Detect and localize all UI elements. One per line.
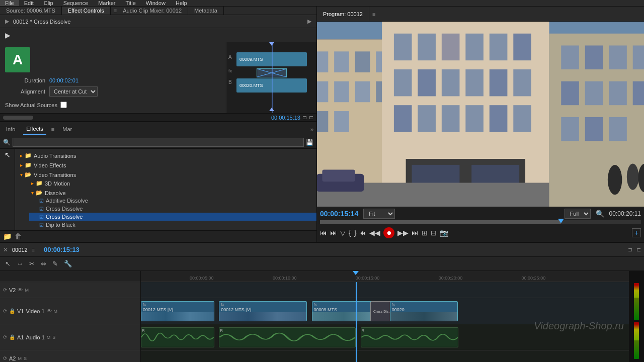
pm-quality-dropdown[interactable]: Full 1/2 1/4 (565, 209, 591, 219)
tl-audio-clip-3[interactable]: R (361, 327, 458, 347)
tl-tool-select[interactable]: ↖ (3, 259, 13, 268)
folder-video-transitions[interactable]: ▾ 📂 Video Transitions ▸ 📁 3D Motion (15, 170, 316, 230)
tl-audio-clip-2[interactable]: R (219, 327, 356, 347)
menu-help[interactable]: Help (171, 0, 192, 6)
pm-step-back-button[interactable]: ⏭ (330, 229, 337, 237)
tl-tab-label[interactable]: 00012 (12, 247, 28, 253)
tab-effects[interactable]: Effects (23, 124, 46, 135)
menu-clip[interactable]: Clip (39, 0, 58, 6)
tab-info[interactable]: Info (3, 124, 18, 134)
effects-search-input[interactable] (13, 138, 304, 147)
pm-fit-dropdown[interactable]: Fit 25% 50% 100% (363, 209, 395, 219)
menu-edit[interactable]: Edit (19, 0, 39, 6)
effects-panel-expand[interactable]: » (310, 126, 313, 132)
tl-clip-out-icon[interactable]: ⊐ (628, 246, 632, 253)
pm-rewind-button[interactable]: ◀◀ (369, 229, 380, 237)
a1-lock-icon[interactable]: 🔒 (9, 334, 15, 340)
ec-clip-out-icon[interactable]: ⊐ (302, 114, 307, 121)
tl-time-ruler[interactable]: 00:00:05:00 00:00:10:00 00:00:15:00 00:0… (141, 271, 629, 282)
tl-tool-razor[interactable]: ✂ (27, 259, 37, 268)
pm-menu-icon[interactable]: ≡ (372, 11, 375, 17)
pm-add-button[interactable]: + (632, 228, 641, 237)
menu-file[interactable]: File (0, 0, 19, 6)
tl-clip-v1-3[interactable]: fx 00009.MTS (312, 301, 375, 321)
tl-tool-pen[interactable]: ✎ (50, 259, 60, 268)
effects-panel-menu-icon[interactable]: ≡ (51, 126, 54, 132)
pm-camera-button[interactable]: 📷 (440, 229, 448, 237)
pm-go-prev-button[interactable]: ⏮ (359, 229, 366, 237)
a2-s-icon[interactable]: S (24, 356, 27, 361)
pm-progress-bar[interactable] (320, 220, 641, 224)
pm-insert-button[interactable]: ⊞ (422, 229, 428, 237)
pm-go-first-button[interactable]: ⏮ (320, 229, 327, 237)
tl-track-v2[interactable] (141, 282, 629, 298)
ec-expand-icon[interactable]: ▶ (5, 18, 9, 25)
v1-sync-icon[interactable]: ⟳ (3, 308, 7, 314)
a2-sync-icon[interactable]: ⟳ (3, 355, 7, 361)
tl-track-a1[interactable]: R R R (141, 324, 629, 350)
select-tool-icon[interactable]: ↖ (5, 151, 11, 159)
tab-metadata[interactable]: Metadata (188, 7, 224, 15)
tab-audio-clip-mixer[interactable]: Audio Clip Mixer: 00012 (117, 7, 188, 15)
tl-close-icon[interactable]: ✕ (3, 246, 8, 253)
folder-dissolve[interactable]: ▾ 📂 Dissolve ☑ Additive Dissolve (18, 188, 316, 230)
pm-timecode-current[interactable]: 00:00:15:14 (320, 210, 358, 218)
tl-clip-v1-1[interactable]: fx 00012.MTS [V] (141, 301, 214, 321)
tl-audio-clip-1[interactable]: R (141, 327, 214, 347)
pm-mark-out-right-button[interactable]: } (354, 229, 357, 237)
item-dip-to-black[interactable]: ☑ Dip to Black (29, 221, 316, 229)
a1-s-icon[interactable]: S (52, 335, 55, 340)
tl-track-a2[interactable] (141, 350, 629, 362)
tl-track-v1[interactable]: fx 00012.MTS [V] fx 00012.MTS [V] fx 000… (141, 298, 629, 324)
a1-m-icon[interactable]: M (47, 335, 51, 340)
ec-send-icon[interactable]: ⊏ (309, 114, 313, 121)
a1-sync-icon[interactable]: ⟳ (3, 334, 7, 340)
ec-scrollbar[interactable]: 00:00:15:13 ⊐ ⊏ (0, 113, 316, 121)
tab-mar[interactable]: Mar (59, 124, 75, 134)
pm-mark-out-left-button[interactable]: { (349, 229, 351, 237)
v1-m-icon[interactable]: M (54, 309, 58, 314)
effects-new-bin-icon[interactable]: 📁 (3, 232, 12, 240)
menu-marker[interactable]: Marker (93, 0, 120, 6)
tab-effect-controls[interactable]: Effect Controls (62, 7, 111, 15)
menu-window[interactable]: Window (141, 0, 171, 6)
tl-timecode[interactable]: 00:00:15:13 (44, 246, 79, 253)
v1-eye-icon[interactable]: 👁 (47, 308, 52, 314)
folder-audio-transitions[interactable]: ▸ 📁 Audio Transitions (15, 151, 316, 160)
effects-delete-icon[interactable]: 🗑 (15, 232, 22, 240)
ec-play-button[interactable]: ▶ (5, 31, 11, 39)
ec-alignment-dropdown[interactable]: Center at Cut Start at Cut End at Cut (49, 86, 98, 97)
menu-sequence[interactable]: Sequence (58, 0, 94, 6)
folder-3d-motion[interactable]: ▸ 📁 3D Motion (18, 178, 316, 188)
pm-record-button[interactable]: ⏺ (383, 227, 394, 238)
pm-mark-in-button[interactable]: ▽ (340, 229, 346, 237)
ec-arrow-icon[interactable]: ▶ (307, 18, 311, 25)
tl-clip-v1-2[interactable]: fx 00012.MTS [V] (219, 301, 307, 321)
pm-tab-program[interactable]: Program: 00012 (317, 7, 369, 21)
tl-tool-wrench[interactable]: 🔧 (62, 259, 74, 268)
pm-zoom-icon[interactable]: 🔍 (596, 210, 604, 218)
item-additive-dissolve[interactable]: ☑ Additive Dissolve (29, 197, 316, 205)
v2-sync-icon[interactable]: ⟳ (3, 287, 7, 293)
a2-m-icon[interactable]: M (18, 356, 22, 361)
tl-tool-slip[interactable]: ⇔ (39, 259, 48, 268)
tab-source[interactable]: Source: 00006.MTS (0, 7, 62, 15)
ec-show-sources-checkbox[interactable] (60, 102, 67, 108)
ec-duration-value[interactable]: 00:00:02:01 (49, 77, 78, 83)
svg-rect-29 (490, 69, 508, 96)
tl-menu-icon[interactable]: ≡ (32, 247, 35, 253)
item-cross-dissolve-1[interactable]: ☑ Cross Dissolve (29, 205, 316, 213)
v2-eye-icon[interactable]: 👁 (18, 287, 23, 293)
v1-lock-icon[interactable]: 🔒 (9, 308, 15, 314)
tl-clip-v1-4[interactable]: fx 00020. (390, 301, 458, 321)
item-cross-dissolve-2[interactable]: ☑ Cross Dissolve (29, 213, 316, 221)
v2-m-icon[interactable]: M (25, 288, 29, 293)
tl-tool-ripple[interactable]: ↔ (15, 259, 25, 268)
tl-send-icon[interactable]: ⊏ (636, 246, 641, 253)
folder-video-effects[interactable]: ▸ 📁 Video Effects (15, 160, 316, 170)
pm-overwrite-button[interactable]: ⊟ (431, 229, 437, 237)
pm-play-button[interactable]: ▶▶ (397, 229, 409, 237)
menu-title[interactable]: Title (120, 0, 140, 6)
effects-save-icon[interactable]: 💾 (306, 139, 313, 146)
pm-go-next-button[interactable]: ⏭ (412, 229, 419, 237)
